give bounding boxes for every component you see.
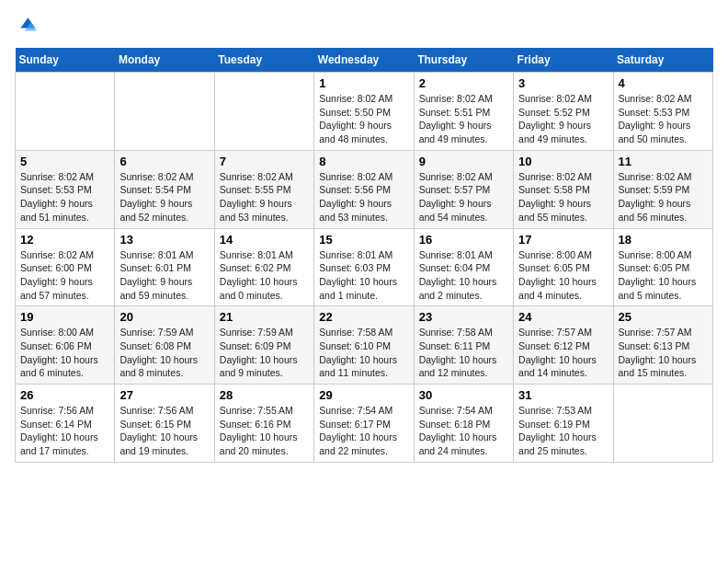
day-number: 21 (220, 310, 309, 324)
day-info: Sunrise: 8:02 AM Sunset: 5:54 PM Dayligh… (119, 170, 209, 224)
calendar-cell: 2Sunrise: 8:02 AM Sunset: 5:51 PM Daylig… (414, 73, 513, 151)
day-info: Sunrise: 8:01 AM Sunset: 6:04 PM Dayligh… (419, 248, 508, 303)
calendar-week-row: 19Sunrise: 8:00 AM Sunset: 6:06 PM Dayli… (16, 306, 713, 385)
calendar-cell: 6Sunrise: 8:02 AM Sunset: 5:54 PM Daylig… (115, 150, 214, 228)
calendar-table: SundayMondayTuesdayWednesdayThursdayFrid… (15, 48, 713, 463)
day-info: Sunrise: 7:56 AM Sunset: 6:14 PM Dayligh… (20, 404, 109, 458)
calendar-cell: 18Sunrise: 8:00 AM Sunset: 6:05 PM Dayli… (613, 228, 712, 306)
day-number: 12 (20, 233, 109, 247)
day-info: Sunrise: 8:00 AM Sunset: 6:06 PM Dayligh… (20, 326, 109, 380)
calendar-cell: 21Sunrise: 7:59 AM Sunset: 6:09 PM Dayli… (214, 306, 313, 385)
header (15, 15, 713, 37)
weekday-header-monday: Monday (115, 48, 214, 73)
day-info: Sunrise: 7:54 AM Sunset: 6:17 PM Dayligh… (319, 404, 408, 458)
calendar-cell: 5Sunrise: 8:02 AM Sunset: 5:53 PM Daylig… (16, 150, 115, 228)
day-number: 14 (220, 233, 309, 247)
calendar-week-row: 26Sunrise: 7:56 AM Sunset: 6:14 PM Dayli… (16, 385, 713, 463)
day-info: Sunrise: 8:01 AM Sunset: 6:02 PM Dayligh… (220, 248, 309, 303)
calendar-cell: 16Sunrise: 8:01 AM Sunset: 6:04 PM Dayli… (414, 228, 513, 306)
day-number: 13 (119, 233, 209, 247)
day-info: Sunrise: 8:01 AM Sunset: 6:01 PM Dayligh… (119, 248, 209, 303)
day-number: 17 (518, 233, 608, 247)
day-number: 25 (619, 310, 708, 324)
day-number: 4 (619, 76, 708, 90)
weekday-header-sunday: Sunday (16, 48, 115, 73)
day-number: 11 (619, 155, 708, 168)
calendar-cell: 22Sunrise: 7:58 AM Sunset: 6:10 PM Dayli… (314, 306, 414, 385)
day-info: Sunrise: 7:58 AM Sunset: 6:11 PM Dayligh… (419, 326, 508, 380)
calendar-cell: 12Sunrise: 8:02 AM Sunset: 6:00 PM Dayli… (16, 228, 115, 306)
day-info: Sunrise: 8:02 AM Sunset: 5:52 PM Dayligh… (518, 92, 608, 146)
calendar-cell: 26Sunrise: 7:56 AM Sunset: 6:14 PM Dayli… (16, 385, 115, 463)
calendar-cell: 29Sunrise: 7:54 AM Sunset: 6:17 PM Dayli… (314, 385, 414, 463)
day-number: 6 (119, 155, 209, 168)
day-number: 23 (419, 310, 508, 324)
day-number: 18 (619, 233, 708, 247)
day-info: Sunrise: 8:02 AM Sunset: 6:00 PM Dayligh… (20, 248, 109, 303)
day-info: Sunrise: 7:57 AM Sunset: 6:13 PM Dayligh… (619, 326, 708, 380)
calendar-cell: 13Sunrise: 8:01 AM Sunset: 6:01 PM Dayli… (115, 228, 214, 306)
day-info: Sunrise: 8:00 AM Sunset: 6:05 PM Dayligh… (619, 248, 708, 303)
day-number: 31 (518, 388, 608, 402)
day-number: 27 (119, 388, 209, 402)
calendar-cell: 4Sunrise: 8:02 AM Sunset: 5:53 PM Daylig… (613, 73, 712, 151)
day-info: Sunrise: 7:55 AM Sunset: 6:16 PM Dayligh… (220, 404, 309, 458)
calendar-week-row: 12Sunrise: 8:02 AM Sunset: 6:00 PM Dayli… (16, 228, 713, 306)
calendar-cell: 15Sunrise: 8:01 AM Sunset: 6:03 PM Dayli… (314, 228, 414, 306)
day-info: Sunrise: 8:00 AM Sunset: 6:05 PM Dayligh… (518, 248, 608, 303)
calendar-cell: 25Sunrise: 7:57 AM Sunset: 6:13 PM Dayli… (613, 306, 712, 385)
calendar-cell: 23Sunrise: 7:58 AM Sunset: 6:11 PM Dayli… (414, 306, 513, 385)
calendar-cell: 3Sunrise: 8:02 AM Sunset: 5:52 PM Daylig… (514, 73, 613, 151)
day-number: 5 (20, 155, 109, 168)
logo (15, 15, 40, 37)
calendar-cell: 30Sunrise: 7:54 AM Sunset: 6:18 PM Dayli… (414, 385, 513, 463)
calendar-cell (16, 73, 115, 151)
calendar-cell: 24Sunrise: 7:57 AM Sunset: 6:12 PM Dayli… (514, 306, 613, 385)
weekday-header-saturday: Saturday (613, 48, 712, 73)
calendar-cell: 8Sunrise: 8:02 AM Sunset: 5:56 PM Daylig… (314, 150, 414, 228)
calendar-cell (115, 73, 214, 151)
day-number: 22 (319, 310, 408, 324)
logo-icon (15, 15, 37, 37)
day-info: Sunrise: 8:01 AM Sunset: 6:03 PM Dayligh… (319, 248, 408, 303)
day-info: Sunrise: 8:02 AM Sunset: 5:50 PM Dayligh… (319, 92, 408, 146)
day-number: 15 (319, 233, 408, 247)
day-number: 26 (20, 388, 109, 402)
day-info: Sunrise: 7:59 AM Sunset: 6:08 PM Dayligh… (119, 326, 209, 380)
day-number: 16 (419, 233, 508, 247)
calendar-week-row: 1Sunrise: 8:02 AM Sunset: 5:50 PM Daylig… (16, 73, 713, 151)
weekday-header-wednesday: Wednesday (314, 48, 414, 73)
weekday-header-row: SundayMondayTuesdayWednesdayThursdayFrid… (16, 48, 713, 73)
day-number: 19 (20, 310, 109, 324)
weekday-header-thursday: Thursday (414, 48, 513, 73)
calendar-cell: 9Sunrise: 8:02 AM Sunset: 5:57 PM Daylig… (414, 150, 513, 228)
calendar-cell: 7Sunrise: 8:02 AM Sunset: 5:55 PM Daylig… (214, 150, 313, 228)
calendar-cell: 31Sunrise: 7:53 AM Sunset: 6:19 PM Dayli… (514, 385, 613, 463)
day-info: Sunrise: 7:59 AM Sunset: 6:09 PM Dayligh… (220, 326, 309, 380)
day-info: Sunrise: 7:57 AM Sunset: 6:12 PM Dayligh… (518, 326, 608, 380)
day-number: 28 (220, 388, 309, 402)
calendar-cell: 20Sunrise: 7:59 AM Sunset: 6:08 PM Dayli… (115, 306, 214, 385)
day-number: 10 (518, 155, 608, 168)
calendar-cell: 11Sunrise: 8:02 AM Sunset: 5:59 PM Dayli… (613, 150, 712, 228)
calendar-cell: 19Sunrise: 8:00 AM Sunset: 6:06 PM Dayli… (16, 306, 115, 385)
day-info: Sunrise: 8:02 AM Sunset: 5:56 PM Dayligh… (319, 170, 408, 224)
calendar-cell: 14Sunrise: 8:01 AM Sunset: 6:02 PM Dayli… (214, 228, 313, 306)
calendar-cell: 1Sunrise: 8:02 AM Sunset: 5:50 PM Daylig… (314, 73, 414, 151)
day-number: 3 (518, 76, 608, 90)
calendar-cell: 27Sunrise: 7:56 AM Sunset: 6:15 PM Dayli… (115, 385, 214, 463)
day-number: 2 (419, 76, 508, 90)
day-info: Sunrise: 8:02 AM Sunset: 5:53 PM Dayligh… (619, 92, 708, 146)
day-info: Sunrise: 7:56 AM Sunset: 6:15 PM Dayligh… (119, 404, 209, 458)
day-number: 7 (220, 155, 309, 168)
weekday-header-tuesday: Tuesday (214, 48, 313, 73)
weekday-header-friday: Friday (514, 48, 613, 73)
calendar-cell: 10Sunrise: 8:02 AM Sunset: 5:58 PM Dayli… (514, 150, 613, 228)
day-number: 8 (319, 155, 408, 168)
calendar-cell: 17Sunrise: 8:00 AM Sunset: 6:05 PM Dayli… (514, 228, 613, 306)
day-info: Sunrise: 8:02 AM Sunset: 5:59 PM Dayligh… (619, 170, 708, 224)
day-info: Sunrise: 8:02 AM Sunset: 5:58 PM Dayligh… (518, 170, 608, 224)
day-info: Sunrise: 8:02 AM Sunset: 5:57 PM Dayligh… (419, 170, 508, 224)
day-number: 1 (319, 76, 408, 90)
day-number: 29 (319, 388, 408, 402)
